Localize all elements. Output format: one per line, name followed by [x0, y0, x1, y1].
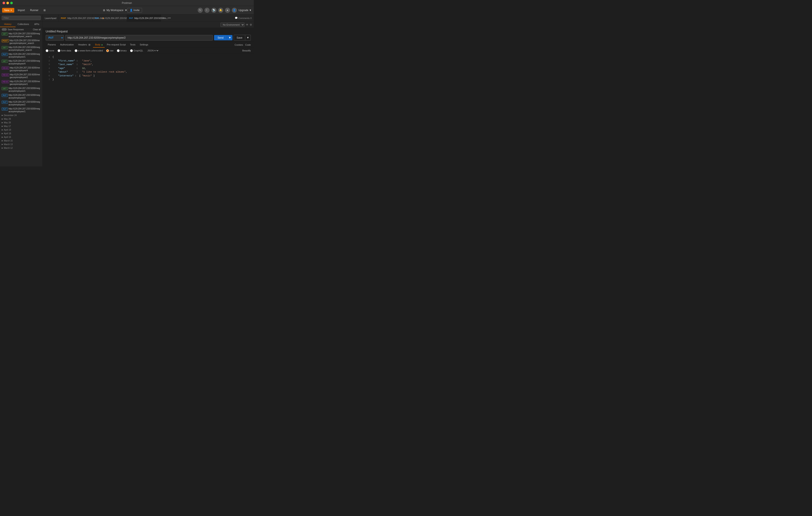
code-editor[interactable]: 1{ 2 "first_name" : "Jane", 3 "last_name…: [42, 54, 254, 166]
tab-post-request[interactable]: POST http://129.204.207.233:9200/m...: [59, 15, 93, 22]
tab-more-button[interactable]: •••: [166, 17, 172, 20]
history-url: http://129.204.207.233:9200/megacorp/emp…: [8, 32, 41, 38]
chevron-icon: ▶: [2, 136, 3, 138]
cookies-link[interactable]: Cookies: [235, 44, 243, 46]
date-group[interactable]: ▶March 13: [0, 142, 42, 146]
env-settings-icon[interactable]: ⚙: [250, 23, 252, 26]
history-item[interactable]: HEAD http://129.204.207.233:9200/megacor…: [0, 79, 42, 86]
body-type-graphql[interactable]: GraphQL: [130, 49, 143, 52]
radio-raw[interactable]: [106, 49, 109, 52]
env-eye-icon[interactable]: 👁: [246, 23, 249, 26]
code-line-7: 7}: [46, 78, 251, 82]
tab-put-request-1[interactable]: PUT http://129.204.207.233:9200/m...: [93, 15, 127, 22]
sidebar-tab-history[interactable]: History: [0, 22, 16, 27]
env-row: No Environment 👁 ⚙: [42, 22, 254, 28]
tab-add-button[interactable]: +: [161, 17, 166, 20]
body-type-raw[interactable]: raw: [106, 49, 113, 52]
radio-none[interactable]: [46, 49, 49, 52]
tab-pre-request[interactable]: Pre-request Script: [105, 42, 128, 48]
bell-icon[interactable]: 🔔: [218, 8, 223, 13]
date-group[interactable]: ▶March 12: [0, 146, 42, 150]
moon-icon[interactable]: ☾: [204, 8, 210, 13]
runner-button[interactable]: Runner: [28, 8, 40, 12]
body-type-urlencoded[interactable]: x-www-form-urlencoded: [75, 49, 103, 52]
tab-tests[interactable]: Tests: [128, 42, 138, 48]
layout-icon[interactable]: ⊞: [42, 8, 47, 12]
tab-headers[interactable]: Headers 8: [76, 42, 93, 48]
satellite-icon[interactable]: 📡: [211, 8, 216, 13]
history-item[interactable]: GET http://129.204.207.233:9200/megacorp…: [0, 86, 42, 93]
maximize-button[interactable]: [10, 2, 13, 4]
new-button-label: New: [4, 9, 9, 12]
body-type-form-data[interactable]: form-data: [58, 49, 71, 52]
date-label: March 13: [4, 143, 13, 145]
date-group[interactable]: ▶May 17: [0, 125, 42, 128]
history-item[interactable]: GET http://129.204.207.233:9200/megacorp…: [0, 32, 42, 38]
code-link[interactable]: Code: [245, 44, 251, 46]
environment-select[interactable]: No Environment: [221, 23, 244, 27]
history-item[interactable]: PUT http://129.204.207.233:9200/megacorp…: [0, 100, 42, 107]
beautify-button[interactable]: Beautify: [242, 49, 251, 52]
body-type-none[interactable]: none: [46, 49, 54, 52]
sidebar-tab-apis[interactable]: APIs: [31, 22, 42, 27]
save-responses-switch[interactable]: [2, 28, 7, 31]
sidebar-controls: Save Responses Clear all: [0, 27, 42, 32]
tab-put-request-2[interactable]: PUT http://129.204.207.233:9200/m... ✕: [127, 15, 161, 22]
method-select[interactable]: PUT GET POST DELETE: [46, 35, 64, 40]
history-item[interactable]: PUT http://129.204.207.233:9200/megacorp…: [0, 52, 42, 59]
date-group[interactable]: ▶April 18: [0, 132, 42, 135]
minimize-button[interactable]: [6, 2, 9, 4]
body-dot: [102, 45, 103, 46]
radio-urlencoded[interactable]: [75, 49, 78, 52]
tab-params[interactable]: Params: [46, 42, 58, 48]
invite-icon: 👤: [129, 9, 133, 12]
sync-icon[interactable]: ↻: [198, 8, 203, 13]
heart-icon[interactable]: ♥: [225, 8, 230, 13]
url-input[interactable]: [65, 35, 213, 40]
upgrade-button[interactable]: Upgrade ▼: [239, 9, 252, 12]
date-group[interactable]: ▶April 19: [0, 128, 42, 132]
history-item[interactable]: GET http://129.204.207.233:9200/megacorp…: [0, 59, 42, 66]
new-button[interactable]: New ▼: [2, 8, 14, 12]
history-item[interactable]: GET http://129.204.207.233:9200/megacorp…: [0, 45, 42, 52]
comments-icon: 💬: [235, 17, 238, 20]
tab-settings[interactable]: Settings: [138, 42, 150, 48]
save-button[interactable]: Save: [234, 35, 245, 40]
date-group[interactable]: ▶May 29: [0, 117, 42, 121]
date-group[interactable]: ▶March 15: [0, 139, 42, 142]
history-item[interactable]: HEAD http://129.204.207.233:9200/megacor…: [0, 66, 42, 73]
history-item[interactable]: POST http://129.204.207.233:9200/megacor…: [0, 38, 42, 45]
send-dropdown[interactable]: ▼: [227, 35, 232, 40]
invite-button[interactable]: 👤 Invite: [127, 8, 142, 12]
date-group[interactable]: ▶April 16: [0, 135, 42, 139]
window-controls: [3, 2, 13, 4]
method-badge: HEAD: [2, 80, 9, 83]
sidebar-tab-collections[interactable]: Collections: [16, 22, 31, 27]
import-button[interactable]: Import: [16, 8, 27, 12]
date-group[interactable]: ▶May 28: [0, 121, 42, 125]
radio-graphql[interactable]: [130, 49, 133, 52]
format-select[interactable]: JSON ▾: [146, 49, 159, 52]
date-group[interactable]: ▶December 24: [0, 113, 42, 117]
avatar[interactable]: 👤: [232, 8, 237, 13]
method-badge: HEAD: [2, 66, 9, 70]
history-item[interactable]: PUT http://129.204.207.233:9200/megacorp…: [0, 93, 42, 100]
history-item[interactable]: PUT http://129.204.207.233:9200/megacorp…: [0, 107, 42, 113]
workspace-button[interactable]: ⊞ My Workspace ▼: [103, 9, 127, 12]
history-item[interactable]: HEAD http://129.204.207.233:9200/megacor…: [0, 73, 42, 79]
body-type-binary[interactable]: binary: [117, 49, 127, 52]
method-badge: PUT: [2, 53, 8, 56]
tab-launchpad[interactable]: Launchpad: [42, 15, 59, 22]
radio-binary[interactable]: [117, 49, 120, 52]
close-button[interactable]: [3, 2, 5, 4]
search-input[interactable]: [2, 16, 41, 20]
tab-authorization[interactable]: Authorization: [58, 42, 76, 48]
save-dropdown[interactable]: ▼: [245, 35, 251, 40]
radio-form-data[interactable]: [58, 49, 60, 52]
comments-button[interactable]: 💬 Comments 0: [235, 17, 252, 20]
clear-all-button[interactable]: Clear all: [33, 28, 41, 31]
tabs-bar-right: 💬 Comments 0: [235, 17, 254, 20]
tab-body[interactable]: Body: [93, 42, 105, 48]
method-badge: GET: [2, 87, 8, 90]
send-button[interactable]: Send: [214, 35, 227, 40]
